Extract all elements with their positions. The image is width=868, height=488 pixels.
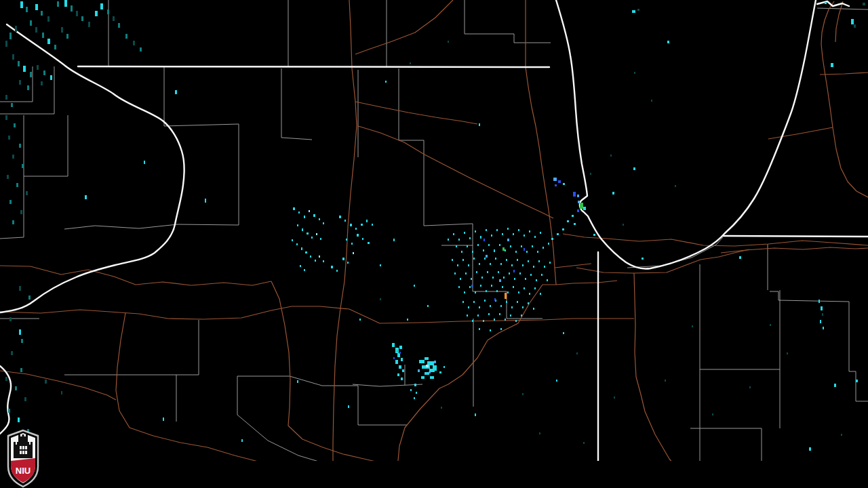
radar-echo (528, 302, 529, 304)
radar-echo (19, 144, 21, 148)
county-line (473, 224, 542, 319)
radar-echo (319, 218, 320, 220)
radar-echo (494, 249, 495, 252)
radar-echo (634, 72, 635, 74)
radar-echo (293, 207, 295, 210)
radar-echo (465, 272, 467, 274)
radar-echo (577, 209, 579, 212)
radar-echo (439, 371, 441, 373)
radar-echo (469, 286, 471, 288)
county-line (0, 66, 33, 102)
radar-echo (549, 262, 551, 264)
radar-echo (542, 247, 544, 249)
radar-echo (480, 285, 481, 287)
radar-echo (426, 365, 429, 367)
radar-echo (500, 305, 502, 307)
radar-echo (472, 320, 473, 322)
radar-echo (427, 305, 429, 307)
radar-echo (477, 314, 479, 317)
radar-echo (563, 183, 565, 185)
radar-echo (526, 251, 528, 253)
county-line (465, 0, 551, 43)
radar-echo (372, 224, 373, 226)
radar-echo (26, 7, 28, 12)
county-line (399, 68, 473, 226)
radar-echo (20, 1, 23, 8)
radar-echo (476, 271, 477, 273)
road-line (820, 73, 868, 75)
radar-echo (14, 123, 16, 127)
radar-echo (47, 16, 50, 22)
radar-echo (517, 301, 518, 303)
radar-echo (21, 339, 23, 343)
state-and-water-lines (0, 0, 868, 468)
radar-echo (37, 65, 39, 70)
radar-echo (310, 256, 311, 258)
radar-echo (344, 220, 346, 222)
radar-echo (642, 258, 644, 260)
radar-echo (510, 245, 511, 247)
radar-echo (499, 313, 500, 315)
radar-echo (749, 386, 751, 388)
radar-echo (380, 298, 381, 300)
radar-echo (362, 238, 363, 240)
radar-echo (47, 39, 50, 44)
radar-echo (522, 264, 524, 266)
radar-echo (361, 224, 363, 226)
radar-echo (163, 418, 164, 421)
radar-echo (414, 397, 415, 399)
radar-echo (464, 232, 465, 234)
radar-echo (818, 300, 820, 303)
radar-echo (76, 11, 78, 16)
radar-echo (12, 54, 14, 60)
radar-echo (475, 413, 476, 416)
radar-echo (336, 270, 338, 272)
radar-echo (488, 244, 490, 246)
radar-echo (553, 178, 557, 181)
radar-echo (507, 291, 509, 293)
radar-echo (5, 41, 7, 47)
radar-echo (359, 319, 361, 321)
radar-echo (475, 230, 476, 232)
radar-echo (454, 272, 456, 274)
radar-echo (319, 256, 320, 258)
radar-echo (414, 285, 415, 287)
logo-wordmark: NIU (16, 466, 31, 476)
highway-lines (0, 0, 868, 468)
radar-echo (495, 258, 496, 260)
radar-echo (822, 313, 823, 316)
radar-echo (54, 45, 56, 49)
radar-echo (315, 260, 316, 262)
radar-echo (502, 247, 505, 251)
radar-echo (547, 279, 548, 281)
radar-echo (739, 256, 741, 259)
radar-echo (241, 439, 243, 442)
radar-echo (505, 249, 506, 251)
road-line (576, 249, 749, 273)
radar-echo (85, 195, 87, 199)
radar-echo (429, 371, 431, 373)
radar-echo (35, 4, 38, 10)
radar-echo (35, 27, 37, 33)
radar-echo (787, 352, 788, 354)
radar-echo (548, 243, 549, 245)
radar-echo (536, 279, 537, 281)
radar-echo (348, 405, 349, 408)
road-line (355, 102, 477, 124)
radar-echo (484, 300, 486, 302)
radar-echo (205, 199, 206, 203)
radar-echo (518, 291, 519, 293)
radar-echo (302, 228, 303, 231)
radar-echo (305, 251, 307, 253)
radar-echo (30, 72, 32, 77)
radar-echo (23, 66, 26, 72)
radar-echo (573, 192, 576, 197)
radar-echo (513, 270, 515, 272)
radar-echo (521, 314, 522, 317)
radar-echo (483, 320, 484, 322)
radar-echo (316, 233, 317, 235)
radar-echo (511, 306, 513, 308)
radar-echo (12, 155, 14, 159)
radar-echo (175, 90, 177, 94)
radar-echo (19, 80, 21, 85)
